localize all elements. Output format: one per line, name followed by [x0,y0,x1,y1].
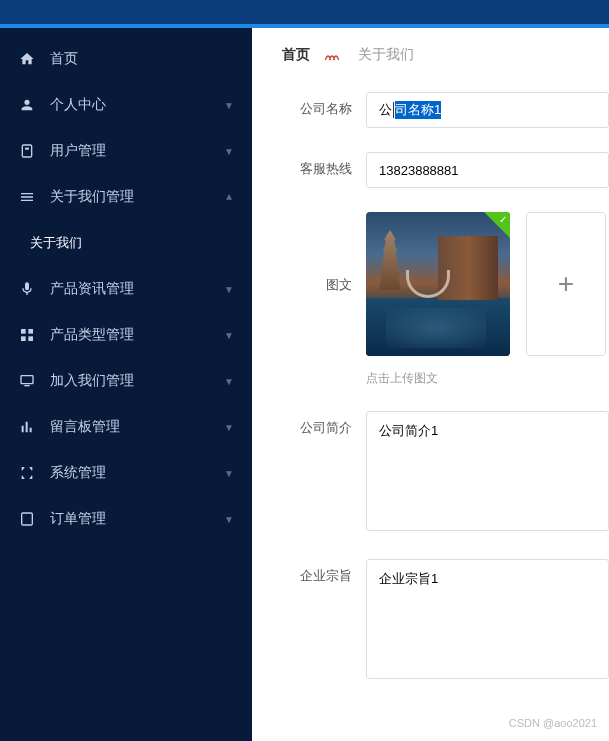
svg-rect-2 [21,329,26,334]
chevron-down-icon: ▼ [224,468,234,479]
chevron-down-icon: ▼ [224,284,234,295]
svg-rect-7 [22,513,33,525]
mic-icon [18,280,36,298]
intro-textarea[interactable] [366,411,609,531]
sidebar-item-orders[interactable]: 订单管理 ▼ [0,496,252,542]
sidebar-item-label: 订单管理 [50,510,106,528]
chevron-down-icon: ▼ [224,330,234,341]
sidebar-item-label: 关于我们管理 [50,188,134,206]
svg-rect-0 [22,145,31,157]
sidebar-item-product-type[interactable]: 产品类型管理 ▼ [0,312,252,358]
breadcrumb-separator-icon [324,48,344,62]
purpose-label: 企业宗旨 [282,559,352,585]
sidebar-item-label: 加入我们管理 [50,372,134,390]
bracket-icon [18,464,36,482]
image-scene [366,212,510,356]
sidebar-item-users[interactable]: 用户管理 ▼ [0,128,252,174]
user-icon [18,96,36,114]
chevron-down-icon: ▼ [224,146,234,157]
list-icon [18,510,36,528]
sidebar-item-system[interactable]: 系统管理 ▼ [0,450,252,496]
chevron-down-icon: ▼ [224,514,234,525]
svg-rect-3 [28,329,33,334]
svg-rect-6 [21,376,33,384]
sidebar-item-label: 用户管理 [50,142,106,160]
chevron-down-icon: ▼ [224,422,234,433]
hotline-label: 客服热线 [282,152,352,178]
sidebar-item-home[interactable]: 首页 [0,36,252,82]
sidebar-item-news[interactable]: 产品资讯管理 ▼ [0,266,252,312]
chevron-down-icon: ▼ [224,376,234,387]
header-bar [0,0,609,28]
text-cursor [393,102,394,118]
breadcrumb-home[interactable]: 首页 [282,46,310,64]
company-name-input[interactable]: 公司名称1 [366,92,609,128]
watermark: CSDN @aoo2021 [509,717,597,729]
menu-icon [18,188,36,206]
upload-button[interactable]: + [526,212,606,356]
sidebar-item-label: 个人中心 [50,96,106,114]
monitor-icon [18,372,36,390]
sidebar-item-join[interactable]: 加入我们管理 ▼ [0,358,252,404]
sidebar-item-label: 产品类型管理 [50,326,134,344]
sidebar-item-about[interactable]: 关于我们管理 ▼ [0,174,252,220]
svg-rect-1 [25,148,29,150]
sidebar-item-label: 留言板管理 [50,418,120,436]
uploaded-image[interactable]: ✓ [366,212,510,356]
svg-rect-5 [28,336,33,341]
home-icon [18,50,36,68]
sidebar-subitem-about-us[interactable]: 关于我们 [0,220,252,266]
chevron-up-icon: ▼ [224,192,234,203]
users-icon [18,142,36,160]
sidebar-item-personal[interactable]: 个人中心 ▼ [0,82,252,128]
plus-icon: + [558,268,574,300]
sidebar-item-label: 产品资讯管理 [50,280,134,298]
content-area: 首页 关于我们 公司名称 公司名称1 客服热线 图文 [252,28,609,741]
sidebar: 首页 个人中心 ▼ 用户管理 ▼ 关于我们管理 ▼ 关于我们 产品资讯管理 ▼ … [0,28,252,741]
svg-rect-4 [21,336,26,341]
input-prefix: 公 [379,101,392,119]
upload-hint: 点击上传图文 [366,370,609,387]
chevron-down-icon: ▼ [224,100,234,111]
intro-label: 公司简介 [282,411,352,437]
grid-icon [18,326,36,344]
sidebar-item-label: 首页 [50,50,78,68]
company-name-label: 公司名称 [282,92,352,118]
imagetext-label: 图文 [282,212,352,294]
sidebar-item-messages[interactable]: 留言板管理 ▼ [0,404,252,450]
selected-text: 司名称1 [395,101,441,119]
hotline-input[interactable] [366,152,609,188]
breadcrumb-current: 关于我们 [358,46,414,64]
breadcrumb: 首页 关于我们 [282,46,609,64]
chart-icon [18,418,36,436]
sidebar-item-label: 系统管理 [50,464,106,482]
purpose-textarea[interactable] [366,559,609,679]
